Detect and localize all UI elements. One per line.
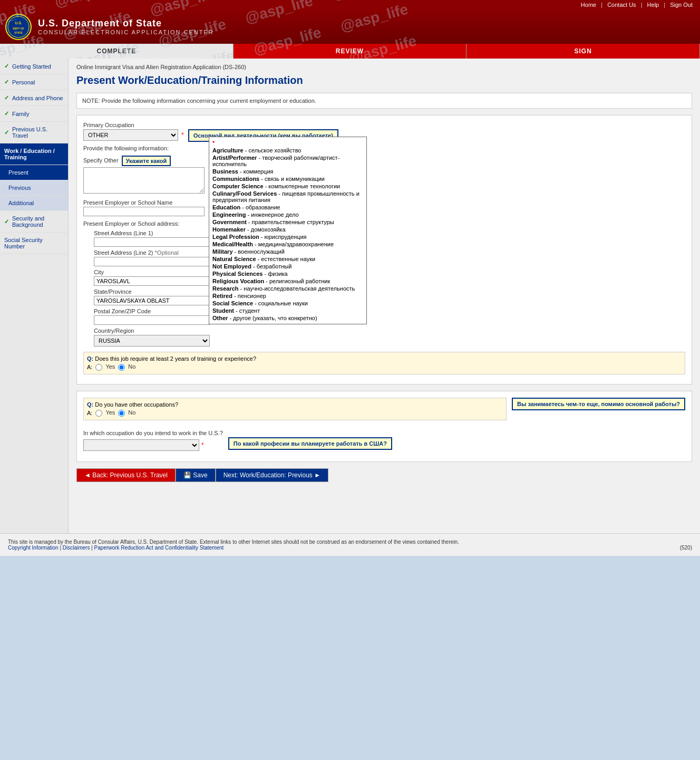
sidebar-item-family[interactable]: Family (0, 106, 68, 122)
city-label: City (94, 269, 685, 275)
sidebar-item-present[interactable]: Present (0, 165, 68, 180)
provide-info-label: Provide the following information: (83, 145, 685, 151)
top-bar: Home | Contact Us | Help | Sign Out (0, 0, 700, 9)
city-input[interactable]: YAROSLAVL (94, 276, 210, 286)
bottom-section: Q: Do you have other occupations? A: Yes… (76, 391, 692, 462)
occ-social-science[interactable]: Social Science - социальные науки (211, 300, 364, 307)
q2-no-label: No (128, 409, 135, 416)
main-container: Getting Started Personal Address and Pho… (0, 59, 700, 533)
q1-no-radio[interactable] (118, 364, 125, 371)
home-link[interactable]: Home (581, 2, 596, 8)
sidebar-item-security[interactable]: Security and Background (0, 211, 68, 233)
occ-medical[interactable]: Medical/Health - медицина/здравоохранени… (211, 240, 364, 248)
occ-engineering[interactable]: Engineering - инженерное дело (211, 211, 364, 218)
back-button[interactable]: ◄ Back: Previous U.S. Travel (76, 468, 176, 482)
q1-yes-radio[interactable] (95, 364, 102, 371)
occ-government[interactable]: Government - правительственные структуры (211, 218, 364, 226)
q2-tooltip: Вы занимаетесь чем-то еще, помимо основн… (512, 398, 685, 410)
sidebar-item-previous[interactable]: Previous (0, 180, 68, 196)
country-label: Country/Region (94, 328, 685, 334)
q3-required: * (201, 441, 204, 449)
state-input[interactable]: YAROSLAVSKAYA OBLAST (94, 296, 210, 305)
copyright-link[interactable]: Copyright Information (8, 545, 59, 551)
signout-link[interactable]: Sign Out (670, 2, 693, 8)
a2-label: A: (87, 410, 92, 416)
occ-research[interactable]: Research - научно-исследовательская деят… (211, 285, 364, 292)
occ-student[interactable]: Student - студент (211, 307, 364, 314)
occ-not-employed[interactable]: Not Employed - безработный (211, 263, 364, 270)
q1-answer-row: A: Yes No (87, 363, 682, 371)
occ-education[interactable]: Education - образование (211, 204, 364, 211)
occ-culinary[interactable]: Culinary/Food Services - пищевая промышл… (211, 190, 364, 204)
dept-subtitle: CONSULAR ELECTRONIC APPLICATION CENTER (38, 29, 214, 35)
header-title: U.S. Department of State CONSULAR ELECTR… (38, 18, 214, 35)
occ-legal[interactable]: Legal Profession - юриспруденция (211, 233, 364, 240)
page-footer: This site is managed by the Bureau of Co… (0, 533, 700, 556)
occ-computer[interactable]: Computer Science - компьютерные технолог… (211, 182, 364, 190)
occ-natural-science[interactable]: Natural Science - естественные науки (211, 255, 364, 263)
occ-religious[interactable]: Religious Vocation - религиозный работни… (211, 277, 364, 285)
country-select[interactable]: RUSSIA (94, 335, 210, 347)
help-link[interactable]: Help (647, 2, 659, 8)
street1-label: Street Address (Line 1) (94, 230, 685, 236)
street1-input[interactable] (94, 237, 210, 247)
save-button[interactable]: 💾 Save (176, 468, 216, 482)
sidebar-item-address-phone[interactable]: Address and Phone (0, 90, 68, 106)
occ-physical[interactable]: Physical Sciences - физика (211, 270, 364, 277)
sidebar-item-getting-started[interactable]: Getting Started (0, 59, 68, 74)
q2-yes-label: Yes (105, 409, 115, 416)
occ-military[interactable]: Military - военнослужащий (211, 248, 364, 255)
sidebar-item-work-education[interactable]: Work / Education / Training (0, 143, 68, 165)
sidebar-item-previous-travel[interactable]: Previous U.S. Travel (0, 122, 68, 143)
primary-occupation-select[interactable]: OTHER (83, 129, 178, 141)
dept-name: U.S. Department of State (38, 18, 214, 29)
q1-row: Q: Does this job require at least 2 year… (83, 352, 685, 374)
occ-homemaker[interactable]: Homemaker - домохозяйка (211, 226, 364, 233)
content-area: Online Immigrant Visa and Alien Registra… (69, 59, 700, 533)
paperwork-link[interactable]: Paperwork Reduction Act and Confidential… (94, 545, 224, 551)
q3-tooltip: По какой професии вы планируете работать… (228, 437, 392, 450)
q1-text: Does this job require at least 2 years o… (95, 355, 256, 362)
occ-artist[interactable]: Artist/Performer - творческий работник/а… (211, 154, 364, 168)
q3-select[interactable] (83, 439, 199, 451)
occ-business[interactable]: Business - коммерция (211, 168, 364, 175)
sidebar-item-personal[interactable]: Personal (0, 74, 68, 90)
specify-other-textarea[interactable] (83, 167, 205, 194)
occ-retired[interactable]: Retired - пенсионер (211, 292, 364, 300)
employer-name-input[interactable] (83, 207, 205, 216)
tab-review[interactable]: REVIEW (234, 44, 467, 59)
version-number: (520) (680, 545, 692, 551)
q2-yes-radio[interactable] (95, 410, 102, 417)
occ-communications[interactable]: Communications - связь и коммуникации (211, 175, 364, 182)
address-fields: Street Address (Line 1) Street Address (… (94, 230, 685, 347)
q2-no-radio[interactable] (118, 410, 125, 417)
postal-input[interactable] (94, 315, 210, 325)
footer-text: This site is managed by the Bureau of Co… (8, 539, 692, 545)
q3-label: In which occupation do you intend to wor… (83, 430, 223, 436)
occupation-section: Primary Occupation OTHER * Основной вид … (76, 115, 692, 384)
q2-row: Q: Do you have other occupations? A: Yes… (83, 398, 507, 420)
state-label: State/Province (94, 288, 685, 295)
tab-sign[interactable]: SIGN (466, 44, 700, 59)
street2-label: Street Address (Line 2) *Optional (94, 249, 685, 256)
next-button[interactable]: Next: Work/Education: Previous ► (216, 468, 328, 482)
note-box: NOTE: Provide the following information … (76, 93, 692, 109)
street2-input[interactable] (94, 257, 210, 266)
q3-row: In which occupation do you intend to wor… (83, 430, 223, 451)
sidebar-item-ssn[interactable]: Social Security Number (0, 233, 68, 254)
q1-label: Q: (87, 355, 93, 362)
svg-text:U.S.: U.S. (15, 21, 22, 25)
contact-link[interactable]: Contact Us (607, 2, 636, 8)
occ-other[interactable]: Other - другое (указать, что конкретно) (211, 314, 364, 322)
sidebar-item-additional[interactable]: Additional (0, 196, 68, 211)
occ-agriculture[interactable]: Agriculture - сельское хозяйство (211, 147, 364, 154)
q2-label: Q: (87, 401, 93, 408)
postal-label: Postal Zone/ZIP Code (94, 308, 685, 314)
q2-answer-row: A: Yes No (87, 409, 503, 417)
tab-complete[interactable]: COMPLETE (0, 44, 234, 59)
logo: U.S. DEPT OF STATE (5, 14, 32, 40)
header-bar: U.S. DEPT OF STATE U.S. Department of St… (0, 9, 700, 44)
required-marker: * (181, 131, 184, 139)
disclaimers-link[interactable]: Disclaimers (63, 545, 90, 551)
q2-text: Do you have other occupations? (95, 401, 178, 408)
